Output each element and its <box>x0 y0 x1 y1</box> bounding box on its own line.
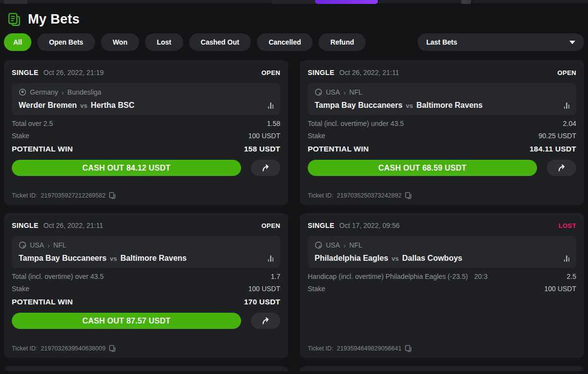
filter-open-bets[interactable]: Open Bets <box>37 33 95 51</box>
bar-chart-icon[interactable] <box>564 102 570 109</box>
share-button[interactable] <box>547 160 576 176</box>
breadcrumb-separator: › <box>343 89 346 96</box>
market-label: Handicap (incl. overtime) Philadelphia E… <box>308 273 468 280</box>
copy-icon[interactable] <box>405 345 412 352</box>
potential-win-label: POTENTIAL WIN <box>12 145 73 153</box>
bet-date: Oct 26, 2022, 21:19 <box>44 69 104 76</box>
my-bets-receipts-icon <box>7 12 22 27</box>
ticket-label: Ticket ID: <box>308 345 333 352</box>
potential-win-value: 184.11 USDT <box>530 145 576 153</box>
league-breadcrumb: USA › NFL <box>19 241 273 249</box>
away-team: Baltimore Ravens <box>416 101 483 110</box>
potential-win-row: POTENTIAL WIN 170 USDT <box>12 298 280 306</box>
nav-active-purple-button[interactable] <box>315 0 378 4</box>
ticket-label: Ticket ID: <box>308 192 333 199</box>
bet-date: Oct 17, 2022, 09:56 <box>340 222 400 229</box>
filter-cashed-out[interactable]: Cashed Out <box>189 33 251 51</box>
stake-row: Stake 90.25 USDT <box>308 132 576 140</box>
page-header: My Bets <box>4 12 584 27</box>
filter-won[interactable]: Won <box>101 33 139 51</box>
bet-status: OPEN <box>262 69 280 76</box>
bar-chart-icon[interactable] <box>564 255 570 262</box>
cashout-button[interactable]: CASH OUT 84.12 USDT <box>12 160 241 176</box>
event-panel[interactable]: USA › NFL Tampa Bay Buccaneers vs Baltim… <box>308 83 576 115</box>
stake-label: Stake <box>308 285 325 293</box>
nav-logo-fragment <box>4 0 27 4</box>
match-line: Tampa Bay Buccaneers vs Baltimore Ravens <box>19 254 273 263</box>
league: NFL <box>349 88 362 96</box>
bets-grid: SINGLE Oct 26, 2022, 21:19 OPEN Germany … <box>4 60 584 371</box>
ticket-id: 2197035927212269582 <box>41 192 105 199</box>
bet-card-3: SINGLE Oct 26, 2022, 21:11 OPEN USA › NF… <box>4 213 288 358</box>
odds-value: 2.5 <box>567 273 576 280</box>
match-line: Philadelphia Eagles vs Dallas Cowboys <box>315 254 569 263</box>
country: USA <box>326 241 340 249</box>
market-row: Total (incl. overtime) over 43.5 1.7 <box>12 273 280 280</box>
away-team: Dallas Cowboys <box>402 254 463 263</box>
filter-cancelled[interactable]: Cancelled <box>257 33 313 51</box>
home-team: Werder Bremen <box>19 101 77 110</box>
market-row: Total (incl. overtime) under 43.5 2.04 <box>308 120 576 127</box>
share-arrow-icon <box>556 163 567 174</box>
odds-value: 1.7 <box>271 273 280 280</box>
cashout-button[interactable]: CASH OUT 87.57 USDT <box>12 313 241 329</box>
potential-win-label: POTENTIAL WIN <box>308 145 369 153</box>
ticket-id: 2197032639540638009 <box>41 345 105 352</box>
share-button[interactable] <box>251 313 280 329</box>
event-panel[interactable]: USA › NFL Philadelphia Eagles vs Dallas … <box>308 236 576 268</box>
potential-win-row: POTENTIAL WIN 184.11 USDT <box>308 145 576 153</box>
ticket-row: Ticket ID: 2197035927212269582 <box>12 192 280 199</box>
share-button[interactable] <box>251 160 280 176</box>
vs-label: vs <box>109 255 117 262</box>
home-team: Tampa Bay Buccaneers <box>315 101 402 110</box>
odds-value: 1.58 <box>267 120 280 127</box>
potential-win-value: 158 USDT <box>244 145 280 153</box>
vs-label: vs <box>80 102 88 109</box>
top-nav-strip <box>0 0 588 4</box>
odds-value: 2.04 <box>563 120 576 127</box>
bet-type: SINGLE <box>12 222 39 229</box>
cashout-button[interactable]: CASH OUT 68.59 USDT <box>308 160 537 176</box>
bet-date: Oct 26, 2022, 21:11 <box>44 222 103 229</box>
league-breadcrumb: USA › NFL <box>315 241 569 249</box>
sort-dropdown[interactable]: Last Bets <box>417 33 584 51</box>
bet-card-4: SINGLE Oct 17, 2022, 09:56 LOST USA › NF… <box>300 213 584 358</box>
event-panel[interactable]: Germany › Bundesliga Werder Bremen vs He… <box>12 83 280 115</box>
bet-card-header: SINGLE Oct 26, 2022, 21:19 OPEN <box>12 66 280 79</box>
card-actions: CASH OUT 87.57 USDT <box>12 313 280 329</box>
ticket-row: Ticket ID: 2193594649829056641 <box>308 345 576 352</box>
stake-row: Stake 100 USDT <box>12 132 280 140</box>
ticket-label: Ticket ID: <box>12 192 37 199</box>
ticket-row: Ticket ID: 2197032639540638009 <box>12 345 280 352</box>
stake-row: Stake 100 USDT <box>12 285 280 293</box>
home-team: Tampa Bay Buccaneers <box>19 254 106 263</box>
american-football-helmet-icon <box>19 241 26 249</box>
away-team: Baltimore Ravens <box>121 254 187 263</box>
country: USA <box>30 241 44 249</box>
card-actions: CASH OUT 68.59 USDT <box>308 160 576 176</box>
stake-value: 100 USDT <box>544 285 576 293</box>
filter-refund[interactable]: Refund <box>318 33 366 51</box>
copy-icon[interactable] <box>109 345 116 352</box>
bar-chart-icon[interactable] <box>268 255 274 262</box>
bet-status: LOST <box>559 222 576 229</box>
event-panel[interactable]: USA › NFL Tampa Bay Buccaneers vs Baltim… <box>12 236 280 268</box>
league: NFL <box>53 241 66 249</box>
sort-value: Last Bets <box>426 38 457 46</box>
bar-chart-icon[interactable] <box>268 102 274 109</box>
next-bet-card-peek <box>4 366 288 371</box>
league: Bundesliga <box>68 88 101 96</box>
filter-lost[interactable]: Lost <box>145 33 183 51</box>
bet-card-header: SINGLE Oct 26, 2022, 21:11 OPEN <box>12 219 280 232</box>
soccer-icon <box>19 88 26 96</box>
match-score: 20:3 <box>474 273 488 280</box>
copy-icon[interactable] <box>109 192 116 199</box>
copy-icon[interactable] <box>405 192 412 199</box>
stake-label: Stake <box>308 132 325 140</box>
stake-row: Stake 100 USDT <box>308 285 576 293</box>
league-breadcrumb: Germany › Bundesliga <box>19 88 273 96</box>
nav-tab-fragment <box>272 0 315 4</box>
filter-all[interactable]: All <box>4 33 31 51</box>
bet-type: SINGLE <box>12 69 39 76</box>
market-row: Handicap (incl. overtime) Philadelphia E… <box>308 273 576 280</box>
